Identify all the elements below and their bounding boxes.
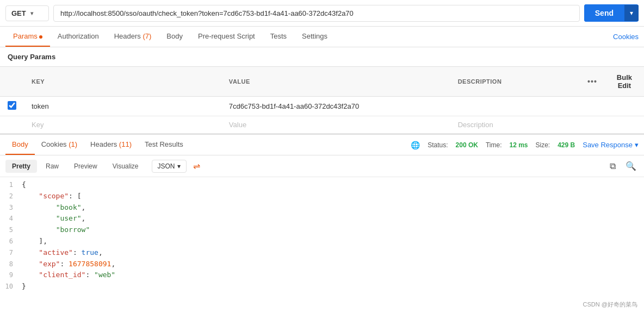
json-plain: [22, 248, 39, 256]
json-plain: [22, 214, 56, 222]
json-string: "user": [56, 214, 82, 222]
json-brace: }: [22, 282, 26, 290]
desc-header: DESCRIPTION: [450, 67, 580, 97]
json-plain: ,: [82, 203, 86, 211]
json-plain: [22, 237, 39, 245]
time-label: Time:: [486, 141, 502, 149]
param-key-cell: token: [24, 97, 221, 116]
globe-icon: 🌐: [411, 141, 420, 149]
time-value: 12 ms: [509, 141, 528, 149]
response-tab-headers[interactable]: Headers (11): [84, 135, 138, 155]
json-brace: {: [22, 180, 26, 189]
status-value: 200 OK: [456, 141, 478, 149]
method-select[interactable]: GET ▾: [5, 5, 49, 21]
checkbox-cell[interactable]: [0, 97, 24, 116]
key-placeholder: Key: [32, 121, 44, 129]
param-value: 7cd6c753-bd1f-4a41-aa60-372dc43f2a70: [229, 102, 359, 110]
json-plain: : [: [69, 192, 81, 200]
line-content: "active": true,: [22, 247, 103, 259]
line-number: 2: [0, 191, 22, 202]
json-key: "exp": [39, 260, 60, 268]
search-icon[interactable]: 🔍: [623, 159, 639, 173]
line-content: "exp": 1677858091,: [22, 259, 115, 270]
tab-params[interactable]: Params: [5, 27, 50, 47]
resp-headers-badge: (11): [117, 140, 132, 148]
line-content: "client_id": "web": [22, 270, 115, 281]
action-header: •••: [580, 67, 605, 97]
code-line: 4 "user",: [0, 213, 644, 224]
save-response-chevron: ▾: [635, 141, 639, 149]
code-line: 2 "scope": [: [0, 191, 644, 202]
line-number: 10: [0, 281, 22, 292]
format-bar: Pretty Raw Preview Visualize JSON ▾ ⇌ ⧉ …: [0, 155, 644, 177]
row-checkbox[interactable]: [8, 101, 16, 110]
status-label: Status:: [428, 141, 448, 149]
fmt-visualize[interactable]: Visualize: [106, 160, 145, 173]
response-tab-test-results[interactable]: Test Results: [138, 135, 190, 155]
json-boolean: true: [82, 248, 98, 256]
value-header: VALUE: [221, 67, 450, 97]
tab-settings[interactable]: Settings: [294, 27, 335, 47]
bulk-edit-button[interactable]: Bulk Edit: [612, 71, 636, 92]
json-plain: [22, 226, 56, 234]
tab-headers[interactable]: Headers (7): [107, 27, 159, 47]
cookies-link[interactable]: Cookies: [613, 33, 639, 41]
param-action-cell: [580, 97, 605, 116]
line-content: "user",: [22, 213, 85, 224]
table-row: token 7cd6c753-bd1f-4a41-aa60-372dc43f2a…: [0, 97, 644, 116]
json-key: "scope": [39, 192, 69, 200]
tab-prerequest[interactable]: Pre-request Script: [190, 27, 263, 47]
json-plain: [22, 192, 39, 200]
line-content: "book",: [22, 202, 85, 214]
line-number: 6: [0, 236, 22, 247]
json-plain: ,: [82, 214, 86, 222]
json-plain: :: [85, 271, 94, 279]
more-icon[interactable]: •••: [587, 77, 597, 86]
json-plain: [22, 271, 39, 279]
copy-icon[interactable]: ⧉: [608, 159, 618, 173]
request-tabs-row: Params Authorization Headers (7) Body Pr…: [0, 27, 644, 47]
size-label: Size:: [536, 141, 550, 149]
json-string: "web": [94, 271, 115, 279]
response-tab-body[interactable]: Body: [5, 135, 35, 155]
fmt-preview[interactable]: Preview: [67, 160, 104, 173]
code-line: 3 "book",: [0, 202, 644, 214]
json-number: 1677858091: [69, 260, 111, 268]
line-number: 3: [0, 202, 22, 213]
response-meta: 🌐 Status: 200 OK Time: 12 ms Size: 429 B…: [411, 141, 639, 149]
send-arrow-button[interactable]: ▾: [624, 5, 639, 21]
desc-placeholder: Description: [458, 121, 493, 129]
code-line: 7 "active": true,: [0, 247, 644, 259]
json-key: "active": [39, 248, 73, 256]
json-plain: :: [60, 260, 69, 268]
line-content: ],: [22, 236, 47, 247]
code-line: 9 "client_id": "web": [0, 270, 644, 281]
param-desc-cell: [450, 97, 580, 116]
line-content: {: [22, 179, 26, 191]
line-number: 4: [0, 213, 22, 224]
url-input[interactable]: [53, 5, 580, 22]
fmt-raw[interactable]: Raw: [39, 160, 65, 173]
fmt-pretty[interactable]: Pretty: [5, 160, 37, 173]
save-response-button[interactable]: Save Response ▾: [583, 141, 639, 149]
tab-tests[interactable]: Tests: [263, 27, 294, 47]
empty-row: Key Value Description: [0, 116, 644, 134]
json-plain: ,: [98, 248, 103, 256]
wrap-lines-icon[interactable]: ⇌: [193, 161, 200, 171]
response-tabs-row: Body Cookies (1) Headers (11) Test Resul…: [0, 135, 644, 155]
url-bar: GET ▾ Send ▾: [0, 0, 644, 27]
headers-badge: (7): [141, 32, 152, 40]
json-plain: ,: [111, 260, 115, 268]
json-plain: [22, 260, 39, 268]
tab-authorization[interactable]: Authorization: [50, 27, 107, 47]
line-content: "scope": [: [22, 191, 82, 202]
line-number: 5: [0, 224, 22, 235]
json-plain: :: [73, 248, 82, 256]
response-tab-cookies[interactable]: Cookies (1): [35, 135, 84, 155]
response-section: Body Cookies (1) Headers (11) Test Resul…: [0, 134, 644, 295]
line-number: 7: [0, 247, 22, 258]
json-format-select[interactable]: JSON ▾: [152, 160, 187, 173]
send-button[interactable]: Send: [584, 4, 624, 22]
line-content: "borrow": [22, 224, 90, 236]
tab-body[interactable]: Body: [159, 27, 190, 47]
